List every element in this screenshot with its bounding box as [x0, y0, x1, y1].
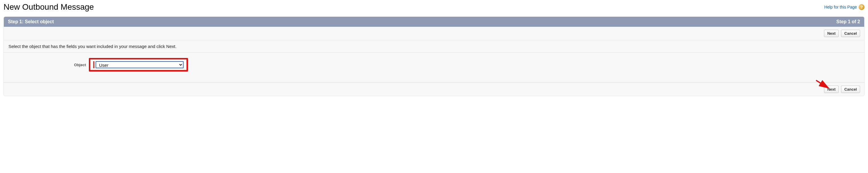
help-link-label: Help for this Page	[824, 5, 857, 9]
top-button-row: Next Cancel	[4, 27, 864, 40]
help-link[interactable]: Help for this Page ?	[824, 4, 865, 10]
panel-header: Step 1: Select object Step 1 of 2	[4, 17, 864, 27]
cancel-button[interactable]: Cancel	[841, 85, 860, 93]
bottom-button-row: Next Cancel	[4, 82, 864, 96]
step-progress: Step 1 of 2	[836, 19, 860, 24]
instruction-text: Select the object that has the fields yo…	[4, 40, 864, 53]
step-title: Step 1: Select object	[8, 19, 54, 24]
object-row: Object User	[4, 53, 864, 82]
object-select[interactable]: User	[96, 61, 184, 68]
object-label: Object	[8, 63, 89, 67]
highlight-annotation: User	[89, 58, 188, 72]
cancel-button[interactable]: Cancel	[841, 30, 860, 37]
page-title: New Outbound Message	[3, 2, 94, 12]
help-icon: ?	[859, 4, 865, 10]
next-button[interactable]: Next	[824, 30, 839, 37]
required-indicator	[93, 61, 94, 68]
step-panel: Step 1: Select object Step 1 of 2 Next C…	[3, 17, 865, 96]
next-button[interactable]: Next	[824, 85, 839, 93]
